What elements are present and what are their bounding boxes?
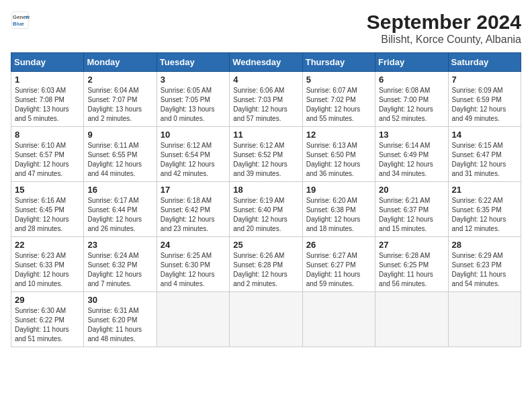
col-sunday: Sunday xyxy=(11,53,84,72)
day-number: 25 xyxy=(233,240,298,250)
day-info: Sunrise: 6:23 AM Sunset: 6:33 PM Dayligh… xyxy=(15,251,80,289)
table-row: 5Sunrise: 6:07 AM Sunset: 7:02 PM Daylig… xyxy=(302,72,375,127)
day-info: Sunrise: 6:21 AM Sunset: 6:37 PM Dayligh… xyxy=(379,196,444,234)
day-info: Sunrise: 6:16 AM Sunset: 6:45 PM Dayligh… xyxy=(15,196,80,234)
day-info: Sunrise: 6:28 AM Sunset: 6:25 PM Dayligh… xyxy=(379,251,444,289)
table-row: 20Sunrise: 6:21 AM Sunset: 6:37 PM Dayli… xyxy=(375,182,448,237)
table-row: 25Sunrise: 6:26 AM Sunset: 6:28 PM Dayli… xyxy=(230,237,302,292)
table-row: 3Sunrise: 6:05 AM Sunset: 7:05 PM Daylig… xyxy=(157,72,229,127)
day-info: Sunrise: 6:20 AM Sunset: 6:38 PM Dayligh… xyxy=(306,196,371,234)
day-number: 9 xyxy=(87,130,152,140)
col-wednesday: Wednesday xyxy=(230,53,302,72)
day-info: Sunrise: 6:15 AM Sunset: 6:47 PM Dayligh… xyxy=(452,141,517,179)
day-number: 14 xyxy=(452,130,517,140)
table-row: 9Sunrise: 6:11 AM Sunset: 6:55 PM Daylig… xyxy=(84,127,157,182)
day-number: 28 xyxy=(452,240,517,250)
day-number: 29 xyxy=(15,295,80,305)
day-number: 16 xyxy=(87,185,152,195)
table-row: 10Sunrise: 6:12 AM Sunset: 6:54 PM Dayli… xyxy=(157,127,229,182)
table-row: 18Sunrise: 6:19 AM Sunset: 6:40 PM Dayli… xyxy=(230,182,302,237)
page-title: September 2024 xyxy=(367,11,521,34)
table-row: 12Sunrise: 6:13 AM Sunset: 6:50 PM Dayli… xyxy=(302,127,375,182)
table-row: 2Sunrise: 6:04 AM Sunset: 7:07 PM Daylig… xyxy=(84,72,157,127)
col-tuesday: Tuesday xyxy=(157,53,229,72)
day-number: 24 xyxy=(161,240,226,250)
table-row: 19Sunrise: 6:20 AM Sunset: 6:38 PM Dayli… xyxy=(302,182,375,237)
day-info: Sunrise: 6:11 AM Sunset: 6:55 PM Dayligh… xyxy=(87,141,152,179)
day-info: Sunrise: 6:22 AM Sunset: 6:35 PM Dayligh… xyxy=(452,196,517,234)
calendar-week-row: 8Sunrise: 6:10 AM Sunset: 6:57 PM Daylig… xyxy=(11,127,521,182)
day-number: 30 xyxy=(87,295,152,305)
table-row xyxy=(375,292,448,347)
day-number: 20 xyxy=(379,185,444,195)
table-row: 24Sunrise: 6:25 AM Sunset: 6:30 PM Dayli… xyxy=(157,237,229,292)
calendar-week-row: 29Sunrise: 6:30 AM Sunset: 6:22 PM Dayli… xyxy=(11,292,521,347)
day-number: 3 xyxy=(161,75,226,85)
day-number: 7 xyxy=(452,75,517,85)
table-row xyxy=(302,292,375,347)
table-row: 13Sunrise: 6:14 AM Sunset: 6:49 PM Dayli… xyxy=(375,127,448,182)
day-info: Sunrise: 6:10 AM Sunset: 6:57 PM Dayligh… xyxy=(15,141,80,179)
table-row: 30Sunrise: 6:31 AM Sunset: 6:20 PM Dayli… xyxy=(84,292,157,347)
day-info: Sunrise: 6:09 AM Sunset: 6:59 PM Dayligh… xyxy=(452,86,517,124)
day-number: 22 xyxy=(15,240,80,250)
table-row: 16Sunrise: 6:17 AM Sunset: 6:44 PM Dayli… xyxy=(84,182,157,237)
logo-icon: General Blue xyxy=(11,11,30,30)
day-number: 11 xyxy=(233,130,298,140)
table-row: 15Sunrise: 6:16 AM Sunset: 6:45 PM Dayli… xyxy=(11,182,84,237)
day-number: 18 xyxy=(233,185,298,195)
calendar-week-row: 15Sunrise: 6:16 AM Sunset: 6:45 PM Dayli… xyxy=(11,182,521,237)
day-info: Sunrise: 6:19 AM Sunset: 6:40 PM Dayligh… xyxy=(233,196,298,234)
table-row: 27Sunrise: 6:28 AM Sunset: 6:25 PM Dayli… xyxy=(375,237,448,292)
calendar-week-row: 1Sunrise: 6:03 AM Sunset: 7:08 PM Daylig… xyxy=(11,72,521,127)
day-number: 5 xyxy=(306,75,371,85)
day-info: Sunrise: 6:17 AM Sunset: 6:44 PM Dayligh… xyxy=(87,196,152,234)
table-row: 17Sunrise: 6:18 AM Sunset: 6:42 PM Dayli… xyxy=(157,182,229,237)
day-number: 12 xyxy=(306,130,371,140)
calendar-header-row: Sunday Monday Tuesday Wednesday Thursday… xyxy=(11,53,521,72)
day-number: 15 xyxy=(15,185,80,195)
table-row: 6Sunrise: 6:08 AM Sunset: 7:00 PM Daylig… xyxy=(375,72,448,127)
table-row: 7Sunrise: 6:09 AM Sunset: 6:59 PM Daylig… xyxy=(448,72,521,127)
svg-text:Blue: Blue xyxy=(13,21,25,27)
day-info: Sunrise: 6:03 AM Sunset: 7:08 PM Dayligh… xyxy=(15,86,80,124)
day-info: Sunrise: 6:25 AM Sunset: 6:30 PM Dayligh… xyxy=(161,251,226,289)
day-info: Sunrise: 6:30 AM Sunset: 6:22 PM Dayligh… xyxy=(15,306,80,344)
day-info: Sunrise: 6:29 AM Sunset: 6:23 PM Dayligh… xyxy=(452,251,517,289)
day-number: 26 xyxy=(306,240,371,250)
table-row: 28Sunrise: 6:29 AM Sunset: 6:23 PM Dayli… xyxy=(448,237,521,292)
table-row: 11Sunrise: 6:12 AM Sunset: 6:52 PM Dayli… xyxy=(230,127,302,182)
table-row: 29Sunrise: 6:30 AM Sunset: 6:22 PM Dayli… xyxy=(11,292,84,347)
day-info: Sunrise: 6:27 AM Sunset: 6:27 PM Dayligh… xyxy=(306,251,371,289)
table-row: 26Sunrise: 6:27 AM Sunset: 6:27 PM Dayli… xyxy=(302,237,375,292)
day-info: Sunrise: 6:26 AM Sunset: 6:28 PM Dayligh… xyxy=(233,251,298,289)
day-number: 17 xyxy=(161,185,226,195)
day-info: Sunrise: 6:06 AM Sunset: 7:03 PM Dayligh… xyxy=(233,86,298,124)
day-number: 1 xyxy=(15,75,80,85)
day-info: Sunrise: 6:31 AM Sunset: 6:20 PM Dayligh… xyxy=(87,306,152,344)
day-number: 6 xyxy=(379,75,444,85)
day-info: Sunrise: 6:04 AM Sunset: 7:07 PM Dayligh… xyxy=(87,86,152,124)
table-row xyxy=(157,292,229,347)
day-info: Sunrise: 6:05 AM Sunset: 7:05 PM Dayligh… xyxy=(161,86,226,124)
table-row: 21Sunrise: 6:22 AM Sunset: 6:35 PM Dayli… xyxy=(448,182,521,237)
day-info: Sunrise: 6:13 AM Sunset: 6:50 PM Dayligh… xyxy=(306,141,371,179)
table-row: 1Sunrise: 6:03 AM Sunset: 7:08 PM Daylig… xyxy=(11,72,84,127)
table-row xyxy=(448,292,521,347)
day-info: Sunrise: 6:18 AM Sunset: 6:42 PM Dayligh… xyxy=(161,196,226,234)
logo: General Blue xyxy=(11,11,30,30)
col-monday: Monday xyxy=(84,53,157,72)
col-saturday: Saturday xyxy=(448,53,521,72)
day-number: 23 xyxy=(87,240,152,250)
table-row: 22Sunrise: 6:23 AM Sunset: 6:33 PM Dayli… xyxy=(11,237,84,292)
day-info: Sunrise: 6:14 AM Sunset: 6:49 PM Dayligh… xyxy=(379,141,444,179)
table-row: 14Sunrise: 6:15 AM Sunset: 6:47 PM Dayli… xyxy=(448,127,521,182)
day-number: 27 xyxy=(379,240,444,250)
header: General Blue September 2024 Bilisht, Kor… xyxy=(11,11,521,46)
table-row xyxy=(230,292,302,347)
col-thursday: Thursday xyxy=(302,53,375,72)
table-row: 23Sunrise: 6:24 AM Sunset: 6:32 PM Dayli… xyxy=(84,237,157,292)
day-number: 2 xyxy=(87,75,152,85)
day-number: 8 xyxy=(15,130,80,140)
col-friday: Friday xyxy=(375,53,448,72)
